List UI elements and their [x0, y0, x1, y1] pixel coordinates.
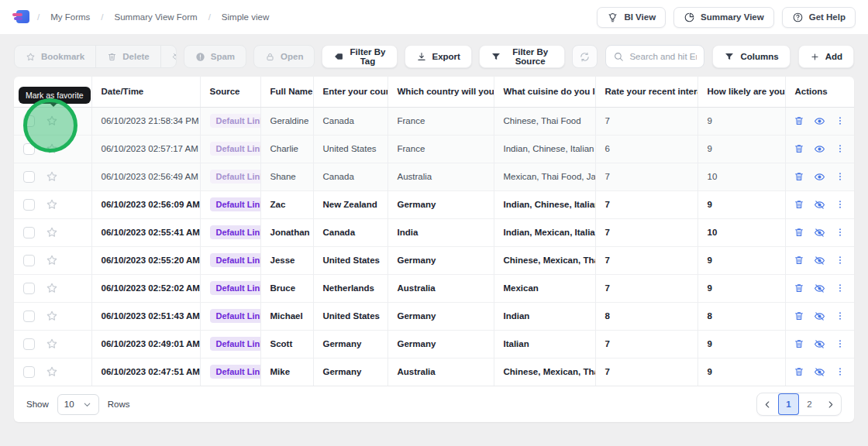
seen-toggle-icon[interactable]: [814, 283, 825, 294]
row-menu-icon[interactable]: [835, 171, 846, 182]
delete-button[interactable]: Delete: [96, 46, 161, 67]
row-menu-icon[interactable]: [835, 143, 846, 154]
delete-row-icon[interactable]: [794, 255, 804, 266]
row-menu-icon[interactable]: [835, 255, 846, 266]
app-logo-icon[interactable]: [12, 9, 29, 25]
table-row[interactable]: 06/10/2023 02:56:49 AM Default Link Shan…: [14, 163, 854, 190]
row-menu-icon[interactable]: [835, 338, 846, 349]
filter-by-source-button[interactable]: Filter By Source: [479, 45, 566, 68]
row-checkbox[interactable]: [23, 283, 35, 294]
column-header-visit-country[interactable]: Which country will you...: [388, 77, 494, 107]
row-menu-icon[interactable]: [835, 199, 846, 210]
breadcrumb-item-view[interactable]: Simple view: [222, 12, 269, 22]
cell-full-name: Charlie: [260, 135, 313, 163]
seen-toggle-icon[interactable]: [814, 199, 825, 211]
seen-toggle-icon[interactable]: [814, 227, 825, 238]
table-row[interactable]: 06/10/2023 02:47:51 AM Default Link Mike…: [14, 358, 854, 386]
pagination-next-button[interactable]: [820, 393, 841, 415]
table-row[interactable]: 06/10/2023 21:58:34 PM Default Link Gera…: [14, 107, 854, 135]
bi-view-button[interactable]: BI View: [597, 7, 666, 28]
delete-row-icon[interactable]: [794, 283, 804, 293]
table-row[interactable]: 06/10/2023 02:49:01 AM Default Link Scot…: [14, 330, 854, 358]
rows-label: Rows: [108, 400, 130, 409]
bookmark-label: Bookmark: [41, 52, 84, 61]
table-header-row: Date/Time Source Full Name Enter your co…: [14, 77, 854, 107]
delete-row-icon[interactable]: [794, 115, 804, 126]
delete-row-icon[interactable]: [794, 227, 804, 238]
pagination-prev-button[interactable]: [757, 393, 778, 415]
delete-row-icon[interactable]: [794, 310, 804, 321]
breadcrumb-item-form[interactable]: Summary View Form: [115, 12, 198, 22]
page-size-select[interactable]: 10: [57, 394, 99, 415]
unseen-button[interactable]: Unseen: [161, 46, 177, 67]
add-button[interactable]: Add: [798, 45, 854, 68]
table-row[interactable]: 06/10/2023 02:57:17 AM Default Link Char…: [14, 135, 854, 163]
row-checkbox[interactable]: [23, 255, 35, 266]
table-row[interactable]: 06/10/2023 02:52:02 AM Default Link Bruc…: [14, 274, 854, 302]
table-row[interactable]: 06/10/2023 02:55:20 AM Default Link Jess…: [14, 246, 854, 274]
seen-toggle-icon[interactable]: [814, 310, 825, 322]
breadcrumb-item-my-forms[interactable]: My Forms: [50, 12, 90, 22]
open-button[interactable]: Open: [253, 45, 315, 68]
row-checkbox[interactable]: [23, 171, 35, 183]
seen-toggle-icon[interactable]: [814, 366, 825, 378]
favorite-star-icon[interactable]: [46, 338, 58, 350]
seen-toggle-icon[interactable]: [814, 255, 825, 266]
cell-country: Germany: [313, 330, 388, 358]
delete-row-icon[interactable]: [794, 366, 804, 377]
column-header-cuisine[interactable]: What cuisine do you lo...: [494, 77, 595, 107]
row-checkbox[interactable]: [23, 199, 35, 211]
row-menu-icon[interactable]: [835, 115, 846, 126]
column-header-likely[interactable]: How likely are you to r...: [698, 77, 785, 107]
column-header-datetime[interactable]: Date/Time: [91, 77, 200, 107]
favorite-star-icon[interactable]: [46, 226, 58, 238]
delete-row-icon[interactable]: [794, 143, 804, 154]
column-header-country[interactable]: Enter your country: [313, 77, 388, 107]
cell-likely: 9: [698, 246, 785, 274]
row-checkbox[interactable]: [23, 338, 35, 350]
delete-row-icon[interactable]: [794, 199, 804, 210]
row-menu-icon[interactable]: [835, 366, 846, 377]
funnel-icon: [724, 51, 735, 62]
seen-toggle-icon[interactable]: [814, 143, 825, 155]
summary-view-button[interactable]: Summary View: [673, 7, 774, 28]
favorite-star-icon[interactable]: [46, 198, 58, 211]
row-menu-icon[interactable]: [835, 310, 846, 321]
favorite-star-icon[interactable]: [46, 254, 58, 266]
pagination-page-1[interactable]: 1: [778, 393, 799, 415]
columns-button[interactable]: Columns: [712, 45, 790, 68]
pagination-page-2[interactable]: 2: [799, 393, 820, 415]
get-help-button[interactable]: Get Help: [782, 7, 856, 28]
row-menu-icon[interactable]: [835, 227, 846, 238]
delete-row-icon[interactable]: [794, 338, 804, 349]
export-button[interactable]: Export: [405, 45, 472, 68]
cell-rate: 6: [595, 135, 698, 163]
refresh-button[interactable]: [572, 45, 598, 68]
column-header-rate[interactable]: Rate your recent intera...: [595, 77, 698, 107]
search-input[interactable]: [629, 52, 697, 61]
seen-toggle-icon[interactable]: [814, 338, 825, 350]
seen-toggle-icon[interactable]: [814, 115, 825, 127]
cell-country: New Zealand: [313, 190, 388, 218]
row-checkbox[interactable]: [23, 310, 35, 322]
source-badge: Default Link: [210, 365, 261, 379]
row-checkbox[interactable]: [23, 366, 35, 378]
table-row[interactable]: 06/10/2023 02:56:09 AM Default Link Zac …: [14, 190, 854, 218]
filter-by-tag-button[interactable]: Filter By Tag: [322, 45, 397, 68]
row-checkbox[interactable]: [23, 227, 35, 238]
column-header-source[interactable]: Source: [200, 77, 260, 107]
favorite-star-icon[interactable]: [46, 310, 58, 322]
favorite-star-icon[interactable]: [46, 170, 58, 183]
cell-cuisine: Chinese, Mexican, Tha...: [494, 358, 595, 386]
favorite-star-icon[interactable]: [46, 365, 58, 378]
cell-visit-country: France: [388, 135, 494, 163]
favorite-star-icon[interactable]: [46, 282, 58, 294]
spam-button[interactable]: Spam: [184, 45, 246, 68]
table-row[interactable]: 06/10/2023 02:55:41 AM Default Link Jona…: [14, 218, 854, 246]
bookmark-button[interactable]: Bookmark: [15, 46, 96, 67]
seen-toggle-icon[interactable]: [814, 171, 825, 183]
table-row[interactable]: 06/10/2023 02:51:43 AM Default Link Mich…: [14, 302, 854, 330]
row-menu-icon[interactable]: [835, 283, 846, 293]
delete-row-icon[interactable]: [794, 171, 804, 182]
column-header-full-name[interactable]: Full Name: [260, 77, 313, 107]
